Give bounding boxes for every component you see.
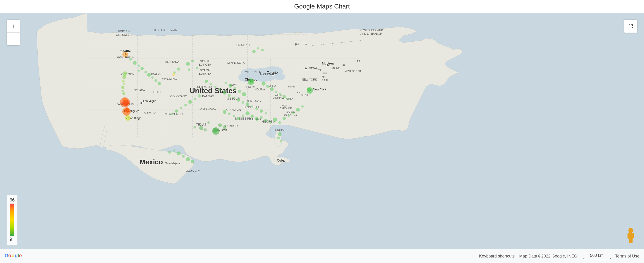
zoom-in-button[interactable]: + [7, 20, 20, 33]
svg-point-135 [205, 80, 208, 83]
zoom-controls: + − [7, 20, 20, 46]
svg-point-146 [255, 107, 258, 110]
svg-point-133 [188, 68, 190, 71]
svg-point-153 [224, 82, 227, 84]
svg-point-126 [250, 79, 254, 83]
scale-label: 500 km [590, 253, 604, 258]
svg-point-160 [232, 115, 235, 117]
svg-point-167 [282, 117, 286, 120]
svg-text:BRITISH: BRITISH [118, 30, 130, 33]
svg-point-154 [246, 111, 250, 115]
google-logo: G o o g l e [4, 252, 23, 260]
svg-point-202 [182, 155, 185, 158]
svg-rect-214 [628, 233, 630, 238]
svg-point-143 [242, 101, 244, 104]
map-area[interactable]: United States Mexico Cuba BRITISH COLUMB… [0, 13, 644, 263]
svg-text:KANSAS: KANSAS [202, 95, 214, 98]
svg-point-164 [269, 121, 272, 124]
svg-point-183 [180, 107, 182, 109]
svg-text:UTAH: UTAH [153, 91, 161, 94]
map-data-attribution: Map Data ©2022 Google, INEGI [519, 254, 578, 259]
scale-line [583, 258, 610, 259]
map-svg: United States Mexico Cuba BRITISH COLUMB… [0, 13, 644, 263]
svg-point-199 [277, 137, 280, 139]
scale-bar: 500 km [583, 253, 610, 259]
svg-point-111 [121, 86, 124, 89]
svg-text:CAROLINA: CAROLINA [284, 114, 297, 117]
svg-point-128 [307, 88, 311, 92]
svg-point-177 [282, 95, 286, 98]
svg-point-151 [234, 87, 236, 90]
bottom-center-info: Keyboard shortcuts Map Data ©2022 Google… [479, 253, 640, 259]
svg-point-206 [168, 151, 171, 154]
svg-text:ILLINOIS: ILLINOIS [244, 86, 255, 89]
legend-min-value: 9 [10, 237, 15, 242]
svg-text:QUEBEC: QUEBEC [293, 42, 307, 46]
svg-point-136 [210, 83, 212, 85]
svg-point-142 [237, 98, 240, 102]
svg-point-115 [122, 71, 127, 76]
svg-point-191 [147, 73, 151, 77]
svg-point-159 [237, 117, 240, 120]
svg-text:CT RI: CT RI [322, 79, 328, 82]
svg-point-156 [255, 117, 258, 121]
svg-point-174 [270, 87, 274, 91]
svg-point-188 [140, 67, 144, 70]
svg-text:OHIO: OHIO [269, 84, 276, 87]
svg-text:MD: MD [296, 91, 300, 93]
svg-text:WISCONSIN: WISCONSIN [245, 71, 261, 74]
svg-point-157 [260, 116, 263, 119]
svg-point-147 [260, 109, 263, 113]
svg-point-212 [628, 228, 633, 233]
svg-text:DAKOTA: DAKOTA [199, 72, 211, 76]
legend-color-bar [10, 203, 14, 236]
terms-of-use-link[interactable]: Terms of Use [615, 254, 640, 259]
pegman[interactable] [624, 226, 637, 245]
fullscreen-button[interactable] [624, 20, 637, 33]
svg-text:WYOMING: WYOMING [162, 77, 177, 81]
svg-text:ONTARIO: ONTARIO [236, 43, 250, 47]
svg-text:MAINE: MAINE [332, 67, 340, 70]
keyboard-shortcuts-link[interactable]: Keyboard shortcuts [479, 254, 514, 259]
svg-text:NEBRASKA: NEBRASKA [197, 86, 212, 89]
svg-point-179 [198, 94, 201, 98]
svg-point-208 [257, 47, 259, 50]
svg-point-170 [296, 108, 300, 112]
svg-text:MA: MA [322, 76, 326, 78]
svg-point-165 [273, 118, 277, 122]
svg-point-139 [223, 91, 226, 95]
svg-point-185 [171, 113, 173, 115]
svg-text:ARIZONA: ARIZONA [144, 111, 156, 115]
svg-text:ALABAMA: ALABAMA [248, 118, 262, 121]
svg-text:VT: VT [318, 69, 321, 71]
svg-text:o: o [12, 253, 14, 258]
svg-point-121 [204, 128, 207, 132]
svg-point-109 [122, 92, 125, 95]
svg-rect-215 [632, 233, 634, 238]
svg-text:COLORADO: COLORADO [170, 95, 187, 98]
svg-text:AND LABRADOR: AND LABRADOR [360, 32, 382, 35]
svg-point-124 [208, 121, 210, 124]
svg-point-138 [219, 88, 222, 91]
svg-point-205 [173, 149, 175, 152]
svg-point-198 [278, 132, 282, 136]
zoom-out-button[interactable]: − [7, 33, 20, 46]
svg-text:g: g [15, 253, 18, 258]
svg-point-122 [194, 126, 196, 129]
svg-point-113 [122, 80, 125, 83]
svg-point-118 [213, 128, 217, 133]
svg-text:Las Vegas: Las Vegas [143, 99, 156, 103]
svg-point-119 [218, 123, 222, 127]
svg-text:NORTH: NORTH [282, 104, 290, 107]
svg-point-168 [288, 115, 290, 117]
svg-point-171 [301, 105, 304, 108]
legend: 66 9 [7, 195, 18, 245]
title-bar: Google Maps Chart [0, 0, 644, 13]
svg-text:o: o [8, 253, 11, 258]
svg-point-173 [266, 85, 269, 88]
svg-point-129 [186, 62, 190, 66]
svg-point-176 [279, 93, 282, 96]
svg-point-149 [242, 92, 246, 96]
svg-text:INDIANA: INDIANA [254, 88, 265, 91]
svg-point-116 [122, 52, 128, 57]
